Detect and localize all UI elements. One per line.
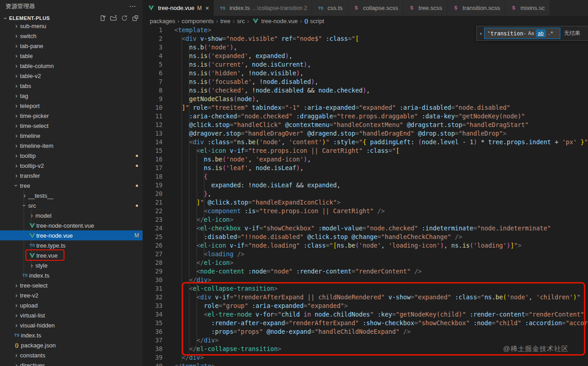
- find-input[interactable]: [486, 30, 526, 37]
- code-line-30[interactable]: 30 </div>: [143, 276, 588, 284]
- sidebar-item-tree-v2[interactable]: ›tree-v2: [0, 290, 143, 300]
- breadcrumb-item[interactable]: components: [182, 18, 214, 24]
- sidebar-item-timeline[interactable]: ›timeline: [0, 131, 143, 141]
- code-line-4[interactable]: 4 ns.is('expanded', expanded),: [143, 52, 588, 60]
- code-line-5[interactable]: 5 ns.is('current', node.isCurrent),: [143, 60, 588, 69]
- sidebar-item-tree-vue[interactable]: tree.vue: [0, 250, 143, 260]
- code-line-9[interactable]: 9 getNodeClass(node),: [143, 95, 588, 103]
- sidebar-item-tabs[interactable]: ›tabs: [0, 81, 143, 91]
- sidebar-item-style[interactable]: ›style: [0, 260, 143, 270]
- tab-tree-node-vue[interactable]: tree-node.vueM×: [143, 0, 214, 16]
- refresh-icon[interactable]: [121, 15, 128, 22]
- breadcrumb-item[interactable]: tree: [220, 18, 230, 24]
- code-line-19[interactable]: 19 expanded: !node.isLeaf && expanded,: [143, 181, 588, 190]
- code-line-3[interactable]: 3 ns.b('node'),: [143, 43, 588, 52]
- sidebar-item-table[interactable]: ›table: [0, 51, 143, 61]
- sidebar-item-package-json[interactable]: {}package.json: [0, 340, 143, 350]
- sidebar-item-tree-select[interactable]: ›tree-select: [0, 280, 143, 290]
- code-line-6[interactable]: 6 ns.is('hidden', !node.visible),: [143, 69, 588, 78]
- more-actions-icon[interactable]: ⋯: [129, 2, 136, 10]
- match-case-toggle[interactable]: Aa: [527, 30, 535, 37]
- sidebar-item-virtual-list[interactable]: ›virtual-list: [0, 310, 143, 320]
- breadcrumb-item[interactable]: packages: [150, 18, 175, 24]
- code-line-16[interactable]: 16 ns.be('node', 'expand-icon'),: [143, 155, 588, 164]
- collapse-all-icon[interactable]: [132, 15, 139, 22]
- code-line-36[interactable]: 36 :props="props" @node-expand="handleCh…: [143, 327, 588, 336]
- sidebar-item-table-v2[interactable]: ›table-v2: [0, 71, 143, 81]
- code-line-37[interactable]: 37 </div>: [143, 336, 588, 345]
- tab-tree-scss[interactable]: Stree.scss: [403, 0, 447, 16]
- code-line-28[interactable]: 28 </el-icon>: [143, 259, 588, 267]
- line-content: </div>: [163, 276, 211, 284]
- sidebar-item-model[interactable]: ›model: [0, 210, 143, 220]
- breadcrumb-file[interactable]: tree-node.vue: [252, 16, 298, 26]
- sidebar-item-tree-node-vue[interactable]: tree-node.vueM: [0, 230, 143, 240]
- tab-css-ts[interactable]: TScss.ts: [312, 0, 347, 16]
- code-line-14[interactable]: 14 <div :class="ns.be('node', 'content')…: [143, 138, 588, 146]
- sidebar-item-tree-node-content-vue[interactable]: tree-node-content.vue: [0, 220, 143, 230]
- code-line-24[interactable]: 24 <el-checkbox v-if="showCheckbox" :mod…: [143, 224, 588, 233]
- code-line-21[interactable]: 21 ]" @click.stop="handleExpandIconClick…: [143, 198, 588, 207]
- sidebar-item-src[interactable]: ›src: [0, 200, 143, 210]
- code-line-22[interactable]: 22 <component :is="tree.props.icon || Ca…: [143, 207, 588, 215]
- sidebar-item-timeline-item[interactable]: ›timeline-item: [0, 141, 143, 151]
- sidebar-item-tree[interactable]: ›tree: [0, 181, 143, 190]
- code-line-40[interactable]: 40</template>: [143, 362, 588, 366]
- tab-transition-scss[interactable]: Stransition.scss: [447, 0, 505, 16]
- tab-index-ts[interactable]: TSindex.ts...\collapse-transition 2: [214, 0, 312, 16]
- sidebar-item-tab-pane[interactable]: ›tab-pane: [0, 41, 143, 51]
- sidebar-item-tooltip-v2[interactable]: ›tooltip-v2: [0, 161, 143, 171]
- sidebar-item-tree-type-ts[interactable]: TStree.type.ts: [0, 240, 143, 250]
- code-line-26[interactable]: 26 <el-icon v-if="node.loading" :class="…: [143, 241, 588, 250]
- tab-collapse-scss[interactable]: Scollapse.scss: [348, 0, 403, 16]
- explorer-section-header[interactable]: › ELEMENT-PLUS: [0, 13, 143, 24]
- new-folder-icon[interactable]: [110, 15, 117, 22]
- code-line-35[interactable]: 35 :render-after-expand="renderAfterExpa…: [143, 319, 588, 327]
- code-line-7[interactable]: 7 ns.is('focusable', !node.disabled),: [143, 78, 588, 86]
- code-line-18[interactable]: 18 {: [143, 172, 588, 181]
- code-line-25[interactable]: 25 :disabled="!!node.disabled" @click.st…: [143, 233, 588, 241]
- sidebar-item-time-picker[interactable]: ›time-picker: [0, 111, 143, 121]
- line-content: :props="props" @node-expand="handleChild…: [163, 327, 410, 336]
- sidebar-item-visual-hidden[interactable]: ›visual-hidden: [0, 320, 143, 330]
- code-line-29[interactable]: 29 <node-content :node="node" :render-co…: [143, 267, 588, 276]
- code-line-32[interactable]: 32 <div v-if="!renderAfterExpand || chil…: [143, 293, 588, 302]
- code-line-10[interactable]: 10 ]" role="treeitem" tabindex="-1" :ari…: [143, 103, 588, 112]
- code-line-15[interactable]: 15 <el-icon v-if="tree.props.icon || Car…: [143, 146, 588, 155]
- code-line-34[interactable]: 34 <el-tree-node v-for="child in node.ch…: [143, 310, 588, 319]
- whole-word-toggle[interactable]: ab: [536, 29, 545, 37]
- new-file-icon[interactable]: [99, 15, 106, 22]
- code-line-31[interactable]: 31 <el-collapse-transition>: [143, 284, 588, 293]
- sidebar-item-tooltip[interactable]: ›tooltip: [0, 151, 143, 161]
- code-line-23[interactable]: 23 </el-icon>: [143, 215, 588, 224]
- sidebar-item-tag[interactable]: ›tag: [0, 91, 143, 101]
- sidebar-item-index-ts[interactable]: TSindex.ts: [0, 330, 143, 340]
- code-line-33[interactable]: 33 role="group" :aria-expanded="expanded…: [143, 302, 588, 310]
- close-icon[interactable]: ×: [205, 5, 209, 12]
- breadcrumb-symbol[interactable]: {}script: [304, 18, 324, 24]
- chevron-right-icon: ›: [13, 81, 20, 91]
- code-line-12[interactable]: 12 @click.stop="handleClick" @contextmen…: [143, 121, 588, 129]
- code-line-13[interactable]: 13 @dragover.stop="handleDragOver" @drag…: [143, 129, 588, 138]
- sidebar-item-directives[interactable]: ›directives: [0, 360, 143, 366]
- code-line-11[interactable]: 11 :aria-checked="node.checked" :draggab…: [143, 112, 588, 121]
- sidebar-item--tests-[interactable]: ›__tests__: [0, 190, 143, 200]
- code-line-27[interactable]: 27 <loading />: [143, 250, 588, 259]
- sidebar-item-index-ts[interactable]: TSindex.ts: [0, 270, 143, 280]
- breadcrumb-item[interactable]: src: [237, 18, 245, 24]
- code-editor[interactable]: 1<template>2 <div v-show="node.visible" …: [143, 26, 588, 366]
- sidebar-item-transfer[interactable]: ›transfer: [0, 171, 143, 181]
- code-line-20[interactable]: 20 },: [143, 190, 588, 198]
- code-line-39[interactable]: 39 </div>: [143, 353, 588, 362]
- sidebar-item-upload[interactable]: ›upload: [0, 300, 143, 310]
- regex-toggle[interactable]: .*: [546, 30, 555, 37]
- toggle-replace-chevron-icon[interactable]: ›: [478, 30, 484, 37]
- tab-mixins-sc[interactable]: Smixins.sc: [505, 0, 549, 16]
- code-line-17[interactable]: 17 ns.is('leaf', node.isLeaf),: [143, 164, 588, 172]
- sidebar-item-switch[interactable]: ›switch: [0, 31, 143, 41]
- sidebar-item-table-column[interactable]: ›table-column: [0, 61, 143, 71]
- sidebar-item-teleport[interactable]: ›teleport: [0, 101, 143, 111]
- code-line-8[interactable]: 8 ns.is('checked', !node.disabled && nod…: [143, 86, 588, 95]
- sidebar-item-time-select[interactable]: ›time-select: [0, 121, 143, 131]
- sidebar-item-constants[interactable]: ›constants: [0, 350, 143, 360]
